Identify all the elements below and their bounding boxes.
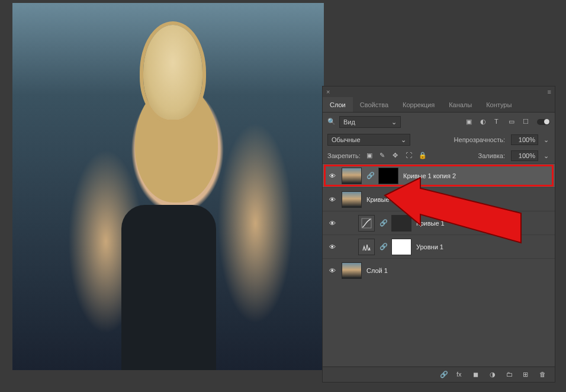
panel-footer: 🔗 fx ◼ ◑ 🗀 ⊞ 🗑 (323, 367, 555, 382)
filter-kind-dropdown[interactable]: Вид ⌄ (339, 116, 401, 128)
layer-name[interactable]: Слой 1 (366, 267, 388, 274)
filter-toggle[interactable] (537, 119, 550, 125)
visibility-eye-icon[interactable]: 👁 (327, 243, 337, 250)
layer-name[interactable]: Уровни 1 (416, 243, 443, 250)
fill-input[interactable]: 100% (511, 150, 538, 161)
layer-row[interactable]: 👁 Кривые 1 коп (323, 187, 555, 211)
filter-adjust-icon[interactable]: ◐ (480, 118, 488, 126)
filter-type-icons: ▣ ◐ T ▭ ☐ (466, 118, 550, 126)
layers-list: 👁 🔗 Кривые 1 копия 2 👁 Кривые 1 коп 👁 🔗 … (323, 163, 555, 367)
fill-value: 100% (519, 152, 535, 159)
opacity-label: Непрозрачность: (454, 136, 505, 143)
mask-link-icon[interactable]: 🔗 (380, 243, 387, 250)
filter-shape-icon[interactable]: ▭ (509, 118, 517, 126)
filter-kind-label: Вид (343, 118, 355, 126)
layer-mask-thumbnail[interactable] (391, 215, 411, 232)
layer-name[interactable]: Кривые 1 (416, 220, 445, 227)
opacity-value: 100% (519, 136, 535, 143)
link-layers-icon[interactable]: 🔗 (440, 371, 448, 379)
blend-row: Обычные ⌄ Непрозрачность: 100% ⌄ (323, 131, 555, 148)
layer-row[interactable]: 👁 🔗 Кривые 1 копия 2 (323, 163, 555, 187)
lock-label: Закрепить: (327, 152, 361, 159)
filter-smart-icon[interactable]: ☐ (523, 118, 531, 126)
layer-row[interactable]: 👁 Слой 1 (323, 258, 555, 282)
new-adjustment-icon[interactable]: ◑ (490, 371, 498, 379)
chevron-down-icon: ⌄ (401, 136, 406, 144)
fill-chevron-icon[interactable]: ⌄ (542, 152, 550, 160)
panel-tabs: Слои Свойства Коррекция Каналы Контуры (323, 97, 555, 113)
mask-link-icon[interactable]: 🔗 (380, 219, 387, 227)
lock-pixels-icon[interactable]: ✎ (380, 152, 388, 160)
tab-paths[interactable]: Контуры (479, 97, 519, 112)
layer-thumbnail[interactable] (342, 168, 362, 184)
visibility-eye-icon[interactable]: 👁 (327, 267, 337, 274)
tab-channels[interactable]: Каналы (442, 97, 479, 112)
adjustment-curves-icon[interactable] (358, 215, 375, 232)
visibility-eye-icon[interactable]: 👁 (327, 220, 337, 227)
layers-panel: × ≡ Слои Свойства Коррекция Каналы Конту… (322, 86, 555, 383)
new-group-icon[interactable]: 🗀 (506, 371, 514, 379)
layer-row[interactable]: 👁 🔗 Кривые 1 (323, 211, 555, 234)
lock-position-icon[interactable]: ✥ (393, 152, 401, 160)
chevron-down-icon: ⌄ (391, 118, 397, 126)
blend-mode-dropdown[interactable]: Обычные ⌄ (327, 134, 410, 146)
layer-row[interactable]: 👁 🔗 Уровни 1 (323, 234, 555, 258)
layer-thumbnail[interactable] (342, 262, 362, 279)
add-mask-icon[interactable]: ◼ (473, 371, 481, 379)
tab-properties[interactable]: Свойства (353, 97, 395, 112)
lock-row: Закрепить: ▣ ✎ ✥ ⛶ 🔒 Заливка: 100% ⌄ (323, 148, 555, 163)
layer-mask-thumbnail[interactable] (378, 168, 398, 184)
opacity-chevron-icon[interactable]: ⌄ (542, 136, 550, 144)
layer-fx-icon[interactable]: fx (456, 371, 465, 379)
delete-layer-icon[interactable]: 🗑 (539, 371, 548, 379)
panel-titlebar: × ≡ (323, 86, 555, 97)
layer-name[interactable]: Кривые 1 коп (366, 196, 407, 203)
lock-icons: ▣ ✎ ✥ ⛶ 🔒 (366, 152, 427, 160)
filter-type-icon[interactable]: T (494, 118, 503, 126)
layer-thumbnail[interactable] (342, 191, 362, 208)
filter-pixel-icon[interactable]: ▣ (466, 118, 474, 126)
mask-link-icon[interactable]: 🔗 (366, 172, 374, 179)
opacity-input[interactable]: 100% (511, 134, 538, 145)
new-layer-icon[interactable]: ⊞ (523, 371, 531, 379)
visibility-eye-icon[interactable]: 👁 (327, 196, 337, 203)
search-icon: 🔍 (327, 118, 336, 126)
lock-transparent-icon[interactable]: ▣ (366, 152, 375, 160)
layer-name[interactable]: Кривые 1 копия 2 (403, 172, 456, 179)
tab-layers[interactable]: Слои (323, 97, 353, 112)
tab-adjustments[interactable]: Коррекция (395, 97, 442, 112)
adjustment-levels-icon[interactable] (358, 239, 375, 255)
fill-label: Заливка: (478, 152, 505, 159)
lock-all-icon[interactable]: 🔒 (419, 152, 427, 160)
lock-artboard-icon[interactable]: ⛶ (406, 152, 414, 160)
layer-mask-thumbnail[interactable] (391, 239, 411, 255)
visibility-eye-icon[interactable]: 👁 (327, 172, 337, 179)
layer-filter-bar: 🔍 Вид ⌄ ▣ ◐ T ▭ ☐ (323, 113, 555, 131)
document-image (12, 3, 324, 370)
close-icon[interactable]: × (326, 88, 330, 95)
panel-menu-icon[interactable]: ≡ (548, 88, 551, 95)
blend-mode-value: Обычные (332, 136, 361, 143)
canvas[interactable] (12, 3, 324, 370)
